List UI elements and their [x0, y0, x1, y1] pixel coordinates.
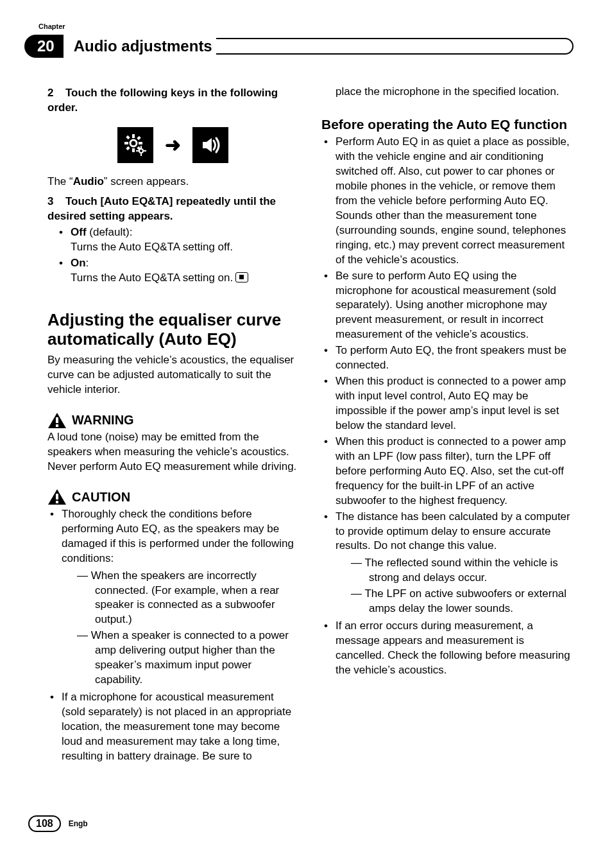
warning-heading: WARNING	[47, 412, 298, 429]
before-bullet-3: To perform Auto EQ, the front speakers m…	[336, 343, 572, 373]
option-off: Off (default): Turns the Auto EQ&TA sett…	[71, 225, 298, 255]
left-column: 2Touch the following keys in the followi…	[47, 83, 298, 791]
section-auto-eq-heading: Adjusting the equaliser curve automatica…	[47, 311, 298, 349]
caution-dash-list: — When the speakers are incorrectly conn…	[62, 569, 298, 688]
before-bullet-6-d1: — The reflected sound within the vehicle…	[351, 556, 572, 586]
svg-rect-21	[56, 501, 58, 503]
before-bullet-5: When this product is connected to a powe…	[336, 435, 572, 508]
before-bullet-2: Be sure to perform Auto EQ using the mic…	[336, 269, 572, 343]
section-auto-eq-intro: By measuring the vehicle’s acoustics, th…	[47, 353, 298, 397]
before-bullet-1: Perform Auto EQ in as quiet a place as p…	[336, 135, 572, 267]
caution-dash-2: — When a speaker is connected to a power…	[77, 629, 298, 688]
svg-rect-12	[136, 150, 139, 152]
end-section-icon	[235, 272, 248, 282]
touch-key-sequence: ➜	[47, 127, 298, 163]
step-2: 2Touch the following keys in the followi…	[47, 86, 298, 116]
option-on: On: Turns the Auto EQ&TA setting on.	[71, 256, 298, 286]
warning-text: A loud tone (noise) may be emitted from …	[47, 430, 298, 474]
header-rule	[216, 38, 574, 55]
caution-bullet-1: Thoroughly check the conditions before p…	[62, 507, 298, 688]
svg-rect-4	[139, 142, 142, 144]
before-bullet-6-d2: — The LPF on active subwoofers or extern…	[351, 587, 572, 616]
option-off-desc: Turns the Auto EQ&TA setting off.	[71, 240, 298, 255]
before-bullet-4: When this product is connected to a powe…	[336, 374, 572, 433]
svg-rect-14	[203, 142, 207, 148]
option-on-desc: Turns the Auto EQ&TA setting on.	[71, 271, 298, 286]
svg-rect-10	[140, 146, 142, 148]
step-number: 3	[47, 195, 65, 209]
caution-bullets: Thoroughly check the conditions before p…	[47, 507, 298, 764]
svg-rect-13	[144, 150, 146, 152]
before-bullet-6-sublist: — The reflected sound within the vehicle…	[336, 556, 572, 616]
audio-icon	[192, 127, 228, 163]
chapter-number-badge: 20	[24, 35, 64, 58]
language-code: Engb	[69, 819, 88, 828]
step-2-text: Touch the following keys in the followin…	[47, 87, 278, 114]
before-bullet-6: The distance has been calculated by a co…	[336, 510, 572, 617]
chapter-label: Chapter	[38, 22, 65, 30]
step-3: 3Touch [Auto EQ&TA] repeatedly until the…	[47, 195, 298, 224]
settings-icon	[117, 127, 153, 163]
warning-icon	[47, 412, 67, 429]
svg-rect-11	[140, 153, 142, 156]
svg-rect-17	[56, 417, 58, 423]
svg-rect-3	[124, 142, 128, 144]
caution-label: CAUTION	[72, 489, 130, 506]
svg-point-9	[139, 149, 143, 153]
before-bullet-7: If an error occurs during measurement, a…	[336, 619, 572, 678]
chapter-title: Audio adjustments	[74, 37, 212, 55]
arrow-icon: ➜	[165, 132, 181, 159]
svg-rect-1	[132, 134, 135, 138]
caution-icon	[47, 489, 67, 505]
caution-heading: CAUTION	[47, 489, 298, 506]
caution-bullet-2-cont: place the microphone in the specified lo…	[336, 85, 572, 100]
page-footer: 108 Engb	[28, 815, 88, 832]
before-operating-list: Perform Auto EQ in as quiet a place as p…	[321, 135, 572, 678]
svg-rect-8	[126, 146, 130, 150]
caution-bullet-2: If a microphone for acoustical measureme…	[62, 690, 298, 764]
step-number: 2	[47, 86, 65, 101]
setting-options: Off (default): Turns the Auto EQ&TA sett…	[47, 225, 298, 286]
before-operating-heading: Before operating the Auto EQ function	[321, 116, 572, 132]
right-column: place the microphone in the specified lo…	[321, 83, 572, 791]
svg-rect-20	[56, 494, 58, 499]
audio-screen-note: The “Audio” screen appears.	[47, 175, 298, 189]
svg-rect-18	[56, 424, 58, 427]
warning-label: WARNING	[72, 412, 134, 429]
svg-rect-5	[126, 135, 130, 139]
svg-marker-15	[207, 138, 212, 152]
step-3-text: Touch [Auto EQ&TA] repeatedly until the …	[47, 195, 276, 222]
chapter-header: 20 Audio adjustments	[24, 33, 574, 59]
caution-dash-1: — When the speakers are incorrectly conn…	[77, 569, 298, 628]
svg-point-0	[130, 140, 137, 146]
svg-rect-2	[132, 148, 135, 152]
svg-rect-7	[137, 136, 140, 140]
page-number: 108	[28, 815, 61, 832]
